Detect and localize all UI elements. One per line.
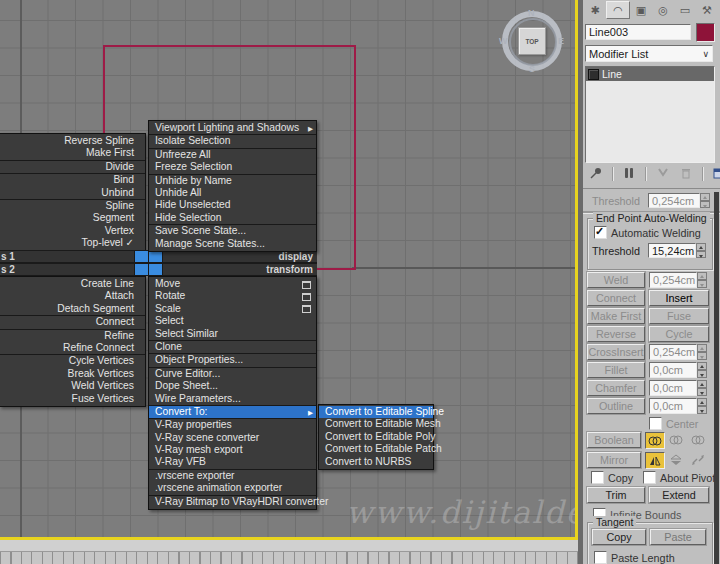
menu-item-connect[interactable]: Connect	[0, 315, 145, 328]
menu-item-refine-connect[interactable]: Refine Connect	[0, 342, 145, 354]
panel-tab-utilities[interactable]: ⚒	[696, 1, 718, 19]
menu-item-unhide-all[interactable]: Unhide All	[149, 187, 316, 199]
menu-item-detach-segment[interactable]: Detach Segment	[0, 303, 145, 315]
track-bar[interactable]	[0, 551, 578, 564]
center-checkbox[interactable]	[649, 417, 662, 430]
menu-item-select-similar[interactable]: Select Similar	[149, 328, 316, 340]
boolean-button[interactable]: Boolean	[587, 432, 641, 448]
weld-threshold-field[interactable]: 0,254cm	[649, 272, 697, 288]
menu-item-cycle-vertices[interactable]: Cycle Vertices	[0, 354, 145, 367]
menu-item-refine[interactable]: Refine	[0, 329, 145, 342]
threshold-field[interactable]: 15,24cm	[648, 243, 696, 258]
cycle-button[interactable]: Cycle	[649, 326, 709, 342]
menu-item-v-ray-mesh-export[interactable]: V-Ray mesh export	[149, 444, 316, 456]
modifier-stack[interactable]: Line	[585, 66, 715, 163]
menu-item-vrscene-animation-exporter[interactable]: .vrscene animation exporter	[149, 482, 316, 494]
menu-item-fuse-vertices[interactable]: Fuse Vertices	[0, 393, 145, 405]
boolean-union-icon[interactable]	[645, 432, 665, 449]
menu-item-curve-editor[interactable]: Curve Editor...	[149, 367, 316, 380]
menu-item-unhide-by-name[interactable]: Unhide by Name	[149, 174, 316, 187]
menu-item-v-ray-scene-converter[interactable]: V-Ray scene converter	[149, 432, 316, 444]
menu-item-top-level[interactable]: Top-level	[0, 237, 145, 249]
outline-field[interactable]: 0,0cm	[649, 398, 697, 414]
crossinsert-button[interactable]: CrossInsert	[587, 344, 645, 360]
viewcube-east-label[interactable]: E	[558, 36, 564, 46]
viewcube[interactable]: N S W E TOP	[502, 11, 562, 71]
menu-item-convert-to-editable-spline[interactable]: Convert to Editable Spline	[319, 406, 433, 418]
viewcube-north-label[interactable]: N	[528, 8, 535, 18]
viewcube-west-label[interactable]: W	[499, 36, 508, 46]
menu-item-move[interactable]: Move	[149, 278, 316, 290]
prev-threshold-field[interactable]: 0,254cm	[648, 193, 700, 208]
menu-item-hide-selection[interactable]: Hide Selection	[149, 212, 316, 224]
crossinsert-field[interactable]: 0,254cm	[649, 344, 697, 360]
menu-item-weld-vertices[interactable]: Weld Vertices	[0, 380, 145, 392]
tangent-paste-button[interactable]: Paste	[650, 529, 706, 545]
insert-button[interactable]: Insert	[649, 290, 709, 306]
trim-button[interactable]: Trim	[587, 487, 645, 503]
menu-item-convert-to-editable-poly[interactable]: Convert to Editable Poly	[319, 431, 433, 443]
make-first-button[interactable]: Make First	[587, 308, 645, 324]
menu-item-segment[interactable]: Segment	[0, 212, 145, 224]
extend-button[interactable]: Extend	[649, 487, 709, 503]
menu-item-convert-to-editable-patch[interactable]: Convert to Editable Patch	[319, 443, 433, 455]
paste-length-checkbox[interactable]	[594, 551, 607, 564]
menu-item-break-vertices[interactable]: Break Vertices	[0, 368, 145, 380]
menu-item-isolate-selection[interactable]: Isolate Selection	[149, 134, 316, 147]
menu-item-bind[interactable]: Bind	[0, 173, 145, 186]
chamfer-spinner[interactable]	[697, 380, 707, 396]
menu-item-create-line[interactable]: Create Line	[0, 278, 145, 290]
prev-threshold-spinner[interactable]	[700, 193, 710, 208]
menu-item-unfreeze-all[interactable]: Unfreeze All	[149, 148, 316, 161]
menu-item-v-ray-bitmap-to-vrayhdri-converter[interactable]: V-Ray Bitmap to VRayHDRI converter	[149, 495, 316, 508]
remove-modifier-icon[interactable]	[679, 166, 693, 182]
object-name-field[interactable]: Line003	[585, 24, 691, 40]
menu-item-convert-to[interactable]: Convert To:	[149, 405, 316, 418]
panel-tab-motion[interactable]: ◎	[652, 1, 674, 19]
chamfer-button[interactable]: Chamfer	[587, 380, 645, 396]
pin-stack-icon[interactable]	[589, 166, 603, 182]
menu-item-save-scene-state[interactable]: Save Scene State...	[149, 224, 316, 237]
menu-item-unbind[interactable]: Unbind	[0, 187, 145, 199]
copy-checkbox[interactable]	[591, 471, 604, 484]
modifier-stack-item-line[interactable]: Line	[586, 67, 714, 81]
object-color-swatch[interactable]	[696, 23, 715, 42]
fuse-button[interactable]: Fuse	[649, 308, 709, 324]
outline-button[interactable]: Outline	[587, 398, 645, 414]
menu-item-convert-to-editable-mesh[interactable]: Convert to Editable Mesh	[319, 418, 433, 430]
menu-item-v-ray-vfb[interactable]: V-Ray VFB	[149, 456, 316, 468]
menu-item-vrscene-exporter[interactable]: .vrscene exporter	[149, 469, 316, 482]
menu-item-divide[interactable]: Divide	[0, 160, 145, 173]
make-unique-icon[interactable]	[656, 166, 670, 182]
threshold-spinner[interactable]	[696, 243, 706, 258]
boolean-subtraction-icon[interactable]	[667, 432, 685, 447]
menu-item-reverse-spline[interactable]: Reverse Spline	[0, 135, 145, 147]
menu-item-spline[interactable]: Spline	[0, 199, 145, 212]
panel-tab-modify[interactable]: ◠	[606, 1, 630, 19]
boolean-intersection-icon[interactable]	[689, 432, 707, 447]
menu-item-object-properties[interactable]: Object Properties...	[149, 353, 316, 366]
mirror-both-icon[interactable]	[689, 452, 707, 467]
outline-spinner[interactable]	[697, 398, 707, 414]
crossinsert-spinner[interactable]	[697, 344, 707, 360]
menu-item-scale[interactable]: Scale	[149, 303, 316, 315]
menu-item-wire-parameters[interactable]: Wire Parameters...	[149, 393, 316, 405]
modifier-list-dropdown[interactable]: Modifier List ∨	[585, 45, 713, 62]
panel-tab-create[interactable]: ✱	[584, 1, 606, 19]
menu-item-attach[interactable]: Attach	[0, 290, 145, 302]
fillet-spinner[interactable]	[697, 362, 707, 378]
about-pivot-checkbox[interactable]	[643, 471, 656, 484]
menu-item-viewport-lighting-and-shadows[interactable]: Viewport Lighting and Shadows	[149, 122, 316, 134]
menu-item-hide-unselected[interactable]: Hide Unselected	[149, 199, 316, 211]
viewcube-south-label[interactable]: S	[529, 64, 535, 74]
configure-modifier-sets-icon[interactable]	[712, 166, 720, 182]
menu-item-freeze-selection[interactable]: Freeze Selection	[149, 161, 316, 173]
menu-item-make-first[interactable]: Make First	[0, 147, 145, 159]
viewcube-top-face[interactable]: TOP	[518, 27, 546, 55]
panel-tab-hierarchy[interactable]: ▣	[630, 1, 652, 19]
weld-threshold-spinner[interactable]	[697, 272, 707, 288]
panel-tab-display[interactable]: ▭	[674, 1, 696, 19]
connect-button[interactable]: Connect	[587, 290, 645, 306]
panel-scrollbar[interactable]	[714, 192, 719, 564]
menu-item-convert-to-nurbs[interactable]: Convert to NURBS	[319, 456, 433, 468]
